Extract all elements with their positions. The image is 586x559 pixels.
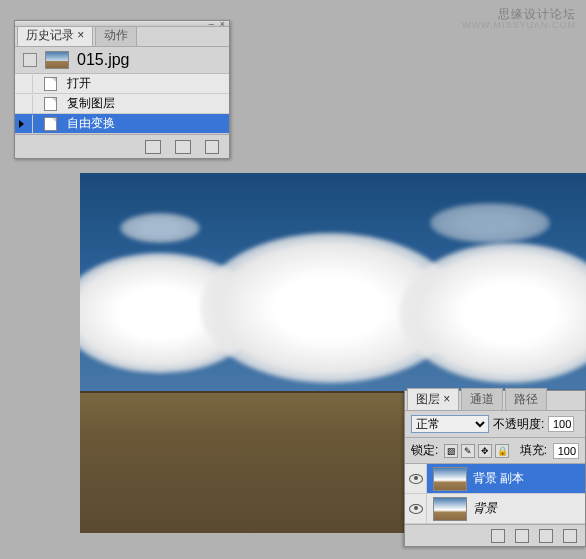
close-icon[interactable]: × <box>220 19 225 29</box>
history-panel: – × 历史记录 × 动作 015.jpg 打开 复制图层 自由变换 <box>14 20 230 159</box>
opacity-label: 不透明度: <box>493 416 544 433</box>
history-item-label: 复制图层 <box>67 95 115 112</box>
visibility-eye-icon[interactable] <box>409 474 423 484</box>
cloud <box>430 203 550 243</box>
tab-layers[interactable]: 图层 × <box>407 388 459 410</box>
layers-lock-row: 锁定: ▨ ✎ ✥ 🔒 填充: <box>405 438 585 464</box>
layers-footer <box>405 524 585 546</box>
layers-blend-row: 正常 不透明度: <box>405 411 585 438</box>
document-icon <box>44 117 57 131</box>
layer-name: 背景 <box>473 500 497 517</box>
tab-channels[interactable]: 通道 <box>461 388 503 410</box>
history-tabs: 历史记录 × 动作 <box>15 27 229 47</box>
current-state-arrow-icon <box>19 120 24 128</box>
layer-row-background[interactable]: 背景 <box>405 494 585 524</box>
layer-row-background-copy[interactable]: 背景 副本 <box>405 464 585 494</box>
panel-titlebar[interactable]: – × <box>15 21 229 27</box>
layer-mask-icon[interactable] <box>539 529 553 543</box>
history-item-label: 自由变换 <box>67 115 115 132</box>
trash-icon[interactable] <box>205 140 219 154</box>
source-thumbnail <box>45 51 69 69</box>
tab-actions[interactable]: 动作 <box>95 24 137 46</box>
history-source-row[interactable]: 015.jpg <box>15 47 229 74</box>
history-item-copy-layer[interactable]: 复制图层 <box>15 94 229 114</box>
document-icon <box>44 97 57 111</box>
new-document-from-state-icon[interactable] <box>145 140 161 154</box>
new-snapshot-icon[interactable] <box>175 140 191 154</box>
layer-thumbnail <box>433 467 467 491</box>
link-layers-icon[interactable] <box>491 529 505 543</box>
layer-list: 背景 副本 背景 <box>405 464 585 524</box>
document-icon <box>44 77 57 91</box>
history-item-open[interactable]: 打开 <box>15 74 229 94</box>
history-list: 打开 复制图层 自由变换 <box>15 74 229 134</box>
lock-transparency-icon[interactable]: ▨ <box>444 444 458 458</box>
layer-thumbnail <box>433 497 467 521</box>
lock-pixels-icon[interactable]: ✎ <box>461 444 475 458</box>
blend-mode-select[interactable]: 正常 <box>411 415 489 433</box>
fill-label: 填充: <box>520 442 547 459</box>
lock-label: 锁定: <box>411 442 438 459</box>
adjustment-layer-icon[interactable] <box>563 529 577 543</box>
visibility-eye-icon[interactable] <box>409 504 423 514</box>
layer-style-icon[interactable] <box>515 529 529 543</box>
layer-name: 背景 副本 <box>473 470 524 487</box>
layers-panel: 图层 × 通道 路径 正常 不透明度: 锁定: ▨ ✎ ✥ 🔒 填充: 背景 副… <box>404 390 586 547</box>
cloud <box>120 213 200 243</box>
lock-position-icon[interactable]: ✥ <box>478 444 492 458</box>
minimize-icon[interactable]: – <box>209 19 214 29</box>
lock-all-icon[interactable]: 🔒 <box>495 444 509 458</box>
source-filename: 015.jpg <box>77 51 130 69</box>
history-item-label: 打开 <box>67 75 91 92</box>
watermark-url: WWW.MISSYUAN.COM <box>462 20 576 30</box>
tab-history[interactable]: 历史记录 × <box>17 24 93 46</box>
fill-input[interactable] <box>553 443 579 459</box>
tab-paths[interactable]: 路径 <box>505 388 547 410</box>
layers-tabs: 图层 × 通道 路径 <box>405 391 585 411</box>
history-item-free-transform[interactable]: 自由变换 <box>15 114 229 134</box>
history-footer <box>15 134 229 158</box>
opacity-input[interactable] <box>548 416 574 432</box>
brush-icon <box>23 53 37 67</box>
